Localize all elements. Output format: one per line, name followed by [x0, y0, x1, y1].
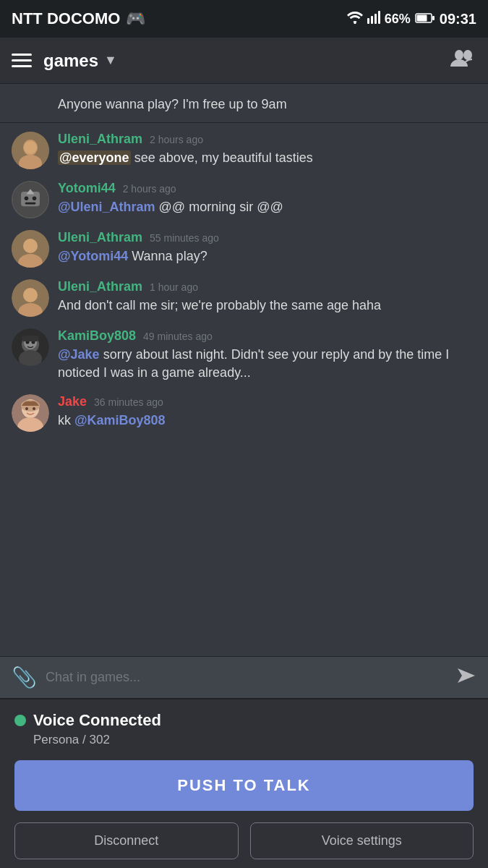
message-content: Yotomi44 2 hours ago @Uleni_Athram @@ mo…: [58, 181, 476, 216]
svg-point-38: [33, 407, 35, 410]
voice-connected-indicator: [14, 715, 26, 726]
table-row: KamiBoy808 49 minutes ago @Jake sorry ab…: [0, 323, 488, 388]
message-text: @Yotomi44 Wanna play?: [58, 247, 476, 265]
svg-point-9: [463, 50, 472, 60]
message-header: Uleni_Athram 55 minutes ago: [58, 230, 476, 245]
svg-point-17: [25, 197, 29, 201]
timestamp: 1 hour ago: [150, 281, 198, 293]
avatar: [12, 132, 49, 169]
message-text: And don't call me sir; we're probably th…: [58, 297, 476, 315]
svg-rect-4: [378, 11, 380, 24]
discord-status-icon: 🎮: [126, 9, 145, 28]
timestamp: 36 minutes ago: [94, 396, 163, 408]
chevron-down-icon[interactable]: ▼: [104, 53, 117, 68]
message-text: @everyone see above, my beautiful tastie…: [58, 149, 476, 167]
message-header: Uleni_Athram 2 hours ago: [58, 132, 476, 147]
message-content: Uleni_Athram 55 minutes ago @Yotomi44 Wa…: [58, 230, 476, 265]
status-bar: NTT DOCOMO 🎮 66%: [0, 0, 488, 38]
message-input-area: 📎: [0, 656, 488, 698]
table-row: Jake 36 minutes ago kk @KamiBoy808: [0, 388, 488, 438]
message-text: Anyone wanna play? I'm free up to 9am: [58, 97, 287, 111]
message-header: Jake 36 minutes ago: [58, 394, 476, 409]
mention: @Yotomi44: [58, 249, 128, 263]
message-content: KamiBoy808 49 minutes ago @Jake sorry ab…: [58, 328, 476, 382]
voice-channel-info: Persona / 302: [33, 733, 474, 747]
message-content: Uleni_Athram 1 hour ago And don't call m…: [58, 279, 476, 315]
timestamp: 49 minutes ago: [143, 331, 213, 342]
message-input[interactable]: [46, 670, 448, 685]
status-indicators: 66% 09:31: [347, 11, 476, 27]
push-to-talk-button[interactable]: PUSH TO TALK: [14, 760, 474, 811]
voice-connected-row: Voice Connected: [14, 711, 474, 730]
table-row: Uleni_Athram 2 hours ago @everyone see a…: [0, 126, 488, 175]
hamburger-menu[interactable]: [12, 54, 32, 67]
avatar: [12, 230, 49, 268]
avatar: [12, 181, 49, 218]
mention-everyone: @everyone: [58, 150, 131, 165]
message-text: @Jake sorry about last night. Didn't see…: [58, 346, 476, 382]
chat-area: Anyone wanna play? I'm free up to 9am Ul…: [0, 84, 488, 656]
attach-icon[interactable]: 📎: [12, 665, 37, 689]
svg-point-21: [23, 239, 38, 253]
voice-section: Voice Connected Persona / 302 PUSH TO TA…: [0, 698, 488, 868]
mention: @KamiBoy808: [74, 413, 166, 427]
svg-point-37: [25, 407, 28, 410]
svg-marker-39: [458, 668, 475, 683]
timestamp: 2 hours ago: [123, 183, 176, 195]
channel-name-text: games: [43, 51, 98, 71]
message-content: Uleni_Athram 2 hours ago @everyone see a…: [58, 132, 476, 167]
username: Uleni_Athram: [58, 279, 142, 294]
voice-connected-label: Voice Connected: [33, 711, 161, 730]
avatar: [12, 394, 49, 432]
svg-rect-2: [371, 16, 373, 24]
table-row: Yotomi44 2 hours ago @Uleni_Athram @@ mo…: [0, 175, 488, 224]
voice-buttons-row: Disconnect Voice settings: [14, 822, 474, 859]
table-row: Uleni_Athram 1 hour ago And don't call m…: [0, 273, 488, 323]
carrier-name: NTT DOCOMO 🎮: [12, 9, 145, 28]
send-icon[interactable]: [456, 667, 476, 689]
svg-rect-19: [25, 203, 36, 205]
table-row: Uleni_Athram 55 minutes ago @Yotomi44 Wa…: [0, 224, 488, 273]
channel-name[interactable]: games ▼: [43, 51, 117, 71]
members-icon[interactable]: [450, 48, 476, 73]
mention: @Uleni_Athram: [58, 200, 155, 214]
message-text: @Uleni_Athram @@ morning sir @@: [58, 198, 476, 216]
message-header: Uleni_Athram 1 hour ago: [58, 279, 476, 294]
wifi-icon: [347, 11, 363, 27]
svg-rect-6: [416, 14, 427, 21]
avatar: [12, 328, 49, 366]
mention: @Jake: [58, 347, 100, 362]
battery-percentage: 66%: [385, 12, 411, 27]
username: KamiBoy808: [58, 328, 136, 344]
timestamp: 55 minutes ago: [150, 232, 219, 244]
list-item: Anyone wanna play? I'm free up to 9am: [0, 90, 488, 119]
svg-rect-3: [374, 14, 377, 24]
top-nav: games ▼: [0, 38, 488, 84]
svg-point-8: [455, 50, 463, 60]
svg-point-13: [24, 141, 37, 154]
carrier-text: NTT DOCOMO: [12, 9, 120, 28]
message-header: Yotomi44 2 hours ago: [58, 181, 476, 196]
svg-rect-32: [22, 336, 39, 341]
username: Yotomi44: [58, 181, 116, 196]
svg-rect-7: [432, 16, 435, 20]
svg-rect-1: [367, 18, 369, 24]
battery-icon: [415, 11, 435, 27]
divider: [0, 122, 488, 123]
svg-point-18: [33, 197, 37, 201]
message-text: kk @KamiBoy808: [58, 412, 476, 430]
message-header: KamiBoy808 49 minutes ago: [58, 328, 476, 344]
username: Uleni_Athram: [58, 132, 142, 147]
disconnect-button[interactable]: Disconnect: [14, 822, 239, 859]
timestamp: 2 hours ago: [150, 134, 203, 145]
voice-settings-button[interactable]: Voice settings: [250, 822, 474, 859]
svg-point-24: [23, 288, 38, 302]
username: Jake: [58, 394, 87, 409]
time: 09:31: [440, 11, 476, 27]
message-content: Jake 36 minutes ago kk @KamiBoy808: [58, 394, 476, 430]
signal-icon: [367, 11, 380, 27]
username: Uleni_Athram: [58, 230, 142, 245]
avatar: [12, 279, 49, 317]
